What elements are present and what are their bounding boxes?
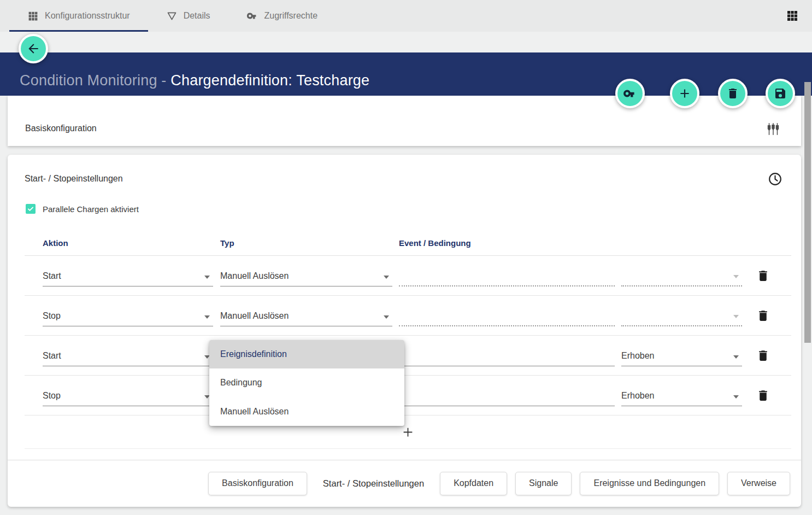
select-value: Erhoben bbox=[621, 351, 655, 361]
typ-select[interactable]: Manuell Auslösen bbox=[220, 305, 392, 326]
nav-current-section-label: Start- / Stopeinstellungen bbox=[323, 478, 424, 489]
tab-label: Konfigurationsstruktur bbox=[45, 11, 130, 21]
nav-kopfdaten-button[interactable]: Kopfdaten bbox=[440, 472, 507, 495]
add-row-button[interactable] bbox=[401, 425, 415, 440]
chevron-down-icon bbox=[733, 275, 739, 278]
trigger-select[interactable]: Erhoben bbox=[621, 384, 742, 406]
startstop-table: Aktion Typ Event / Bedingung Start Manue… bbox=[25, 236, 791, 449]
aktion-select[interactable]: Stop bbox=[43, 384, 213, 406]
trigger-select bbox=[621, 305, 742, 326]
parallel-chargen-checkbox[interactable] bbox=[26, 204, 36, 214]
table-row: Stop Erhoben bbox=[25, 376, 791, 415]
nav-ereignisse-und-bedingungen-button[interactable]: Ereignisse und Bedingungen bbox=[580, 472, 719, 495]
table-row: Stop Manuell Auslösen bbox=[25, 296, 791, 336]
nav-verweise-button[interactable]: Verweise bbox=[727, 472, 790, 495]
column-header-typ: Typ bbox=[213, 238, 392, 248]
startstop-title: Start- / Stopeinstellungen bbox=[25, 174, 123, 184]
trigger-select[interactable]: Erhoben bbox=[621, 344, 742, 366]
arrow-left-icon bbox=[26, 42, 40, 56]
clock-icon[interactable] bbox=[768, 172, 782, 186]
key-icon bbox=[246, 10, 258, 22]
delete-row-button[interactable] bbox=[756, 349, 770, 362]
aktion-select[interactable]: Start bbox=[43, 344, 213, 366]
permissions-button[interactable] bbox=[615, 79, 645, 108]
plus-icon bbox=[678, 86, 692, 101]
page-title-prefix: Condition Monitoring - bbox=[20, 72, 170, 89]
tab-label: Details bbox=[184, 11, 210, 21]
delete-row-button[interactable] bbox=[756, 309, 770, 323]
section-nav: Basiskonfiguration Start- / Stopeinstell… bbox=[8, 460, 801, 506]
chevron-down-icon bbox=[733, 395, 739, 399]
aktion-select[interactable]: Stop bbox=[43, 305, 213, 326]
back-button[interactable] bbox=[19, 34, 48, 63]
page-title-main: Chargendefinition: Testcharge bbox=[170, 72, 369, 89]
event-field bbox=[399, 265, 615, 286]
check-icon bbox=[27, 205, 34, 213]
dropdown-option-bedingung[interactable]: Bedingung bbox=[209, 368, 404, 397]
typ-select[interactable]: Manuell Auslösen bbox=[220, 265, 392, 286]
save-icon bbox=[774, 87, 787, 100]
tune-sliders-icon[interactable] bbox=[766, 122, 780, 136]
chevron-down-icon bbox=[384, 276, 389, 279]
tab-label: Zugriffsrechte bbox=[264, 11, 318, 21]
table-row: Start Erhoben bbox=[25, 336, 791, 376]
column-header-aktion: Aktion bbox=[25, 238, 213, 248]
select-value: Start bbox=[43, 271, 61, 281]
select-value: Stop bbox=[43, 311, 61, 321]
add-row-section bbox=[25, 415, 791, 449]
chevron-down-icon bbox=[733, 315, 739, 318]
page-title: Condition Monitoring - Chargendefinition… bbox=[20, 72, 369, 89]
event-field[interactable] bbox=[399, 384, 615, 406]
select-value: Manuell Auslösen bbox=[220, 311, 289, 321]
tab-zugriffsrechte[interactable]: Zugriffsrechte bbox=[228, 0, 336, 32]
parallel-chargen-label: Parallele Chargen aktiviert bbox=[43, 204, 139, 214]
delete-button[interactable] bbox=[718, 79, 748, 108]
select-value: Manuell Auslösen bbox=[220, 271, 289, 281]
key-icon bbox=[623, 86, 637, 101]
chevron-down-icon bbox=[204, 315, 210, 319]
trigger-select bbox=[621, 265, 742, 286]
delete-row-button[interactable] bbox=[756, 269, 770, 283]
nav-signale-button[interactable]: Signale bbox=[515, 472, 572, 495]
table-row: Start Manuell Auslösen bbox=[25, 256, 791, 296]
nav-basiskonfiguration-button[interactable]: Basiskonfiguration bbox=[208, 472, 307, 495]
select-value: Stop bbox=[43, 391, 61, 401]
tab-konfigurationsstruktur[interactable]: Konfigurationsstruktur bbox=[9, 0, 148, 32]
save-button[interactable] bbox=[766, 79, 795, 108]
top-tab-bar: Konfigurationsstruktur Details Zugriffsr… bbox=[0, 0, 812, 32]
column-header-event-bedingung: Event / Bedingung bbox=[392, 238, 615, 248]
typ-dropdown-menu: Ereignisdefinition Bedingung Manuell Aus… bbox=[209, 340, 404, 426]
trash-icon bbox=[726, 87, 739, 100]
aktion-select[interactable]: Start bbox=[43, 265, 213, 286]
add-button[interactable] bbox=[670, 79, 699, 108]
basiskonfiguration-title: Basiskonfiguration bbox=[25, 124, 97, 133]
chevron-down-icon bbox=[384, 315, 389, 319]
chevron-down-icon bbox=[733, 355, 739, 359]
event-field bbox=[399, 305, 615, 326]
startstop-header: Start- / Stopeinstellungen bbox=[8, 155, 801, 186]
table-header-row: Aktion Typ Event / Bedingung bbox=[25, 236, 791, 256]
delete-row-button[interactable] bbox=[756, 389, 770, 402]
parallel-chargen-row: Parallele Chargen aktiviert bbox=[26, 203, 801, 214]
tab-details[interactable]: Details bbox=[148, 0, 228, 32]
dropdown-option-manuell-ausloesen[interactable]: Manuell Auslösen bbox=[209, 397, 404, 426]
grid-icon bbox=[27, 10, 39, 22]
startstop-card: Start- / Stopeinstellungen Parallele Cha… bbox=[8, 155, 801, 507]
apps-grid-icon[interactable] bbox=[786, 9, 799, 22]
event-field[interactable] bbox=[399, 344, 615, 366]
chevron-down-icon bbox=[204, 276, 210, 279]
funnel-icon bbox=[166, 10, 178, 22]
select-value: Erhoben bbox=[621, 391, 655, 401]
scrollbar-thumb[interactable] bbox=[804, 82, 811, 343]
select-value: Start bbox=[43, 351, 61, 361]
screen: Konfigurationsstruktur Details Zugriffsr… bbox=[0, 0, 812, 515]
dropdown-option-ereignisdefinition[interactable]: Ereignisdefinition bbox=[209, 340, 404, 368]
